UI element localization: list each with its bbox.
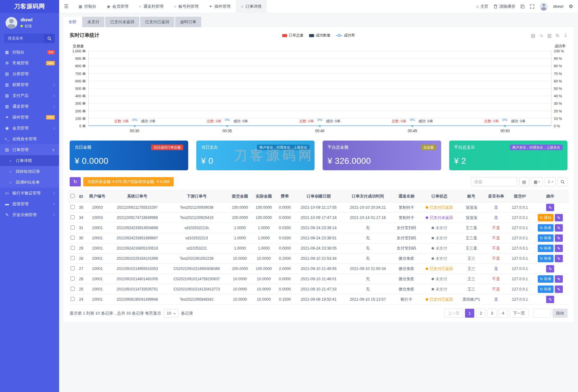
edit-button[interactable]: ✎	[555, 285, 563, 293]
tab[interactable]: 全部	[63, 17, 81, 27]
page-button[interactable]: 3	[487, 309, 497, 318]
plugin-icon: ✦	[4, 115, 10, 120]
row-checkbox[interactable]	[71, 236, 75, 240]
topnav-item[interactable]: ◉会员管理	[102, 0, 133, 13]
cell-created: 2021-09-10 21:47:33	[294, 284, 343, 294]
edit-button[interactable]: ✎	[546, 204, 554, 211]
hamburger-menu-icon[interactable]: ☰	[59, 0, 73, 13]
row-checkbox[interactable]	[71, 287, 75, 291]
makeup-order-button[interactable]: ↻补单	[538, 285, 554, 293]
grid-view-button[interactable]: ▦▾	[531, 177, 543, 186]
sidebar-item[interactable]: ▨通道管理‹	[0, 101, 59, 112]
refresh-button[interactable]: ↻	[70, 177, 81, 186]
home-icon: ⌂	[476, 4, 479, 9]
page-button[interactable]: 2	[476, 309, 485, 318]
list-view-button[interactable]: ▤	[519, 177, 529, 186]
edit-button[interactable]: ✎	[555, 245, 563, 252]
jump-page-input[interactable]	[533, 309, 551, 318]
legend-item[interactable]: 订单总量	[282, 33, 304, 38]
sidebar-item[interactable]: ▧支付产品‹	[0, 90, 59, 101]
edit-button[interactable]: ✎	[546, 296, 554, 303]
sidebar-item[interactable]: ✦插件管理new	[0, 112, 59, 123]
page-size-select[interactable]: 10 ▴	[163, 309, 178, 317]
row-checkbox[interactable]	[71, 277, 75, 281]
search-button[interactable]	[558, 177, 567, 186]
sidebar-item[interactable]: >_在线命令管理	[0, 133, 59, 144]
sidebar-item[interactable]: ▤订单管理∨	[0, 144, 59, 155]
makeup-order-button[interactable]: ↻补单	[538, 255, 554, 262]
next-page-button[interactable]: 下一页	[510, 309, 528, 318]
sidebar-item[interactable]: ▦控制台hot	[0, 47, 59, 58]
barchart-icon[interactable]: ▥	[547, 33, 552, 38]
home-link[interactable]: ⌂ 主页	[476, 4, 489, 9]
topnav-item[interactable]: ▦控制台	[73, 0, 102, 13]
sidebar-subitem[interactable]: ○订单详情	[0, 155, 59, 166]
jump-button[interactable]: 跳转	[553, 309, 567, 318]
notify-button[interactable]: ↻通知	[538, 214, 554, 221]
tab[interactable]: 已支付未返回	[105, 17, 139, 27]
select-all-checkbox[interactable]	[71, 194, 75, 198]
makeup-order-button[interactable]: ↻补单	[538, 275, 554, 283]
row-checkbox[interactable]	[71, 225, 75, 229]
makeup-order-button[interactable]: ↻补单	[538, 245, 554, 252]
edit-button[interactable]: ✎	[555, 234, 563, 242]
makeup-order-button[interactable]: ↻补单	[538, 224, 554, 232]
sidebar-subitem[interactable]: ○回调IP白名单	[0, 177, 59, 188]
page-button[interactable]: 1	[465, 309, 474, 318]
y-tick: 700 单	[75, 71, 86, 76]
dataview-icon[interactable]: ▤	[531, 33, 535, 38]
edit-button[interactable]: ✎	[555, 275, 563, 283]
topnav-item[interactable]: ○通道列管理	[134, 0, 169, 13]
y-tick: 400 单	[75, 94, 86, 98]
linechart-icon[interactable]: ∿	[539, 33, 543, 38]
topnav-item[interactable]: ✦插件管理	[204, 0, 236, 13]
row-checkbox[interactable]	[71, 205, 75, 209]
export-button[interactable]: ⇩▾	[545, 177, 556, 186]
topnav-item[interactable]: ○账号列管理	[169, 0, 204, 13]
row-checkbox[interactable]	[71, 246, 75, 250]
cell-submit: 10.0000	[228, 274, 252, 284]
sidebar-item[interactable]: ▬提现管理‹	[0, 198, 59, 209]
fullscreen-icon[interactable]	[530, 4, 534, 9]
row-checkbox[interactable]	[71, 256, 75, 260]
gear-icon[interactable]: ⚙	[569, 3, 573, 9]
refresh-icon[interactable]: ↻	[556, 33, 560, 38]
page-button[interactable]: 4	[498, 309, 508, 318]
edit-button[interactable]: ✎	[555, 214, 563, 221]
sidebar-item[interactable]: ▤分类管理	[0, 68, 59, 79]
download-icon[interactable]: ⇩	[563, 33, 567, 38]
menu-search-input[interactable]	[4, 34, 44, 43]
sidebar-subitem[interactable]: ○回掉短信记录	[0, 166, 59, 177]
edit-button[interactable]: ✎	[555, 255, 563, 262]
clear-cache-link[interactable]: 清除缓存	[493, 4, 515, 9]
table-toolbar-right: ▤ ▦▾ ⇩▾	[471, 177, 567, 186]
row-checkbox[interactable]	[71, 297, 75, 301]
topnav-item[interactable]: ○订单详情	[236, 0, 267, 13]
sidebar-item-label: 支付产品	[12, 93, 51, 98]
menu-search-button[interactable]	[44, 34, 55, 43]
table-search-input[interactable]	[471, 177, 517, 186]
legend-item[interactable]: 成功率	[336, 33, 355, 38]
prev-page-button[interactable]: 上一页	[444, 309, 463, 318]
legend-item[interactable]: 成功数量	[309, 33, 331, 38]
row-checkbox[interactable]	[71, 215, 75, 219]
sidebar-item[interactable]: ⚙常规管理new	[0, 58, 59, 68]
cell-rate: 0.0000	[276, 243, 294, 254]
tab[interactable]: 未支付	[82, 17, 104, 27]
avatar[interactable]	[540, 2, 548, 11]
makeup-order-button[interactable]: ↻补单	[538, 234, 554, 242]
edit-button[interactable]: ✎	[555, 224, 563, 232]
edit-button[interactable]: ✎	[546, 265, 554, 272]
sidebar-item[interactable]: ▭银行卡验证管理‹	[0, 188, 59, 198]
cell-makeup: 不是	[484, 254, 508, 264]
tab[interactable]: 超时订单	[175, 17, 201, 27]
sidebar-item[interactable]: ◉会员管理‹	[0, 123, 59, 133]
copy-icon[interactable]	[520, 4, 525, 9]
cell-status: 未支付	[420, 284, 458, 294]
orders-panel: 实时订单统计 订单总量成功数量成功率 ▤∿▥↻⇩ 交易量 成功率 1,000 单…	[63, 27, 574, 322]
sidebar-item[interactable]: ▥权限管理‹	[0, 79, 59, 90]
tab[interactable]: 已支付已返回	[140, 17, 174, 27]
sidebar-subitem-label: 回调IP白名单	[16, 180, 55, 185]
row-checkbox[interactable]	[71, 266, 75, 270]
sidebar-item[interactable]: ✎开发示例管理‹	[0, 209, 59, 220]
